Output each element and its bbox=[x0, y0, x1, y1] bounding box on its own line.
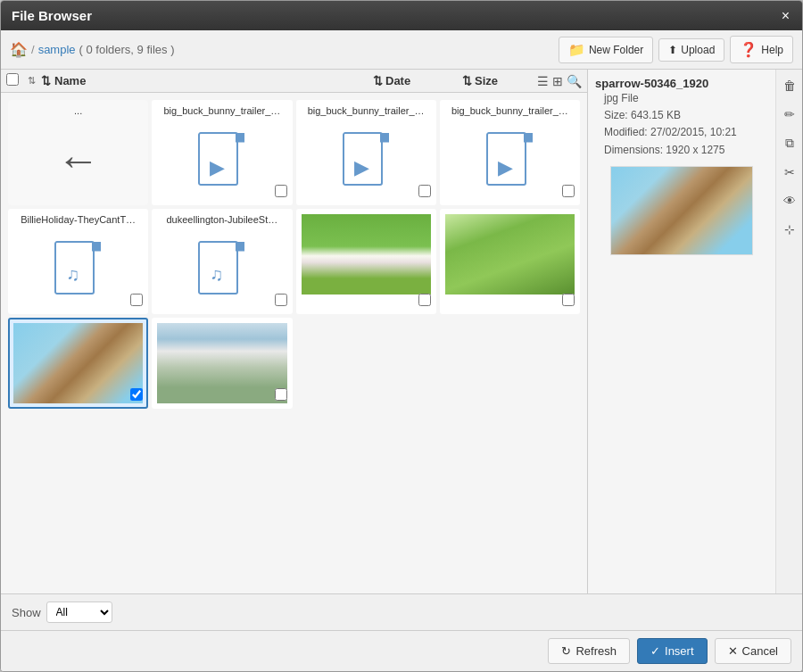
back-arrow-icon: ← bbox=[57, 136, 100, 185]
svg-rect-13 bbox=[236, 242, 244, 251]
file-name: big_buck_bunny_trailer_… bbox=[445, 105, 575, 116]
edit-icon[interactable]: ✏ bbox=[781, 104, 799, 125]
file-checkbox[interactable] bbox=[275, 185, 287, 197]
detail-filetype: jpg File bbox=[604, 90, 759, 107]
cut-icon[interactable]: ✂ bbox=[781, 162, 799, 183]
detail-preview bbox=[595, 166, 768, 255]
content-area: ⇅ ⇅ Name ⇅ Date ⇅ Size ☰ ⊞ 🔍 bbox=[1, 70, 802, 593]
list-item[interactable]: big_buck_bunny_trailer_… ▶ bbox=[152, 100, 292, 205]
detail-preview-image bbox=[610, 166, 753, 255]
col-size-label[interactable]: Size bbox=[475, 74, 498, 87]
detail-filename: sparrow-50346_1920 bbox=[595, 77, 768, 90]
video-file-icon: ▶ bbox=[342, 131, 391, 189]
check-icon: ✓ bbox=[650, 644, 660, 658]
detail-action-icons: 🗑 ✏ ⧉ ✂ 👁 ⊹ bbox=[775, 70, 802, 593]
file-name: dukeellington-JubileeSt… bbox=[157, 214, 286, 225]
file-thumbnail bbox=[13, 323, 143, 403]
file-name: big_buck_bunny_trailer_… bbox=[157, 105, 286, 116]
list-item[interactable]: dukeellington-JubileeSt… ♫ bbox=[152, 209, 292, 314]
file-checkbox[interactable] bbox=[562, 185, 575, 197]
search-icon[interactable]: 🔍 bbox=[567, 74, 582, 88]
refresh-button[interactable]: ↻ Refresh bbox=[548, 638, 630, 664]
cancel-button[interactable]: ✕ Cancel bbox=[715, 638, 791, 664]
insert-button[interactable]: ✓ Insert bbox=[637, 638, 708, 664]
file-thumbnail bbox=[157, 323, 286, 403]
list-item[interactable] bbox=[296, 209, 436, 314]
show-label: Show bbox=[12, 606, 41, 619]
detail-size: Size: 643.15 KB bbox=[604, 107, 759, 124]
file-checkbox[interactable] bbox=[418, 294, 431, 306]
file-thumbnail bbox=[302, 214, 431, 295]
audio-file-icon: ♫ bbox=[197, 240, 246, 298]
file-checkbox[interactable] bbox=[130, 294, 143, 306]
upload-button[interactable]: ⬆ Upload bbox=[658, 38, 724, 62]
file-thumbnail: ▶ bbox=[302, 120, 431, 200]
breadcrumb-folder-link[interactable]: sample bbox=[38, 43, 76, 56]
list-item[interactable] bbox=[440, 209, 580, 314]
col-size-sort-icon[interactable]: ⇅ bbox=[462, 74, 472, 87]
upload-icon: ⬆ bbox=[668, 44, 677, 56]
footer-bar: Show All Images Audio Video bbox=[1, 593, 802, 630]
copy-icon[interactable]: ⧉ bbox=[782, 132, 798, 154]
refresh-icon: ↻ bbox=[561, 644, 571, 658]
eye-icon[interactable]: 👁 bbox=[780, 190, 799, 212]
cancel-icon: ✕ bbox=[728, 644, 738, 658]
col-name-label[interactable]: Name bbox=[54, 74, 86, 87]
grid-view-icon[interactable]: ⊞ bbox=[552, 74, 563, 88]
list-item[interactable]: big_buck_bunny_trailer_… ▶ bbox=[440, 100, 580, 205]
svg-rect-4 bbox=[380, 133, 389, 142]
column-headers: ⇅ ⇅ Name ⇅ Date ⇅ Size ☰ ⊞ 🔍 bbox=[1, 70, 587, 93]
col-name-sort-icon[interactable]: ⇅ bbox=[41, 74, 51, 87]
file-checkbox[interactable] bbox=[418, 185, 431, 197]
col-date-sort-icon[interactable]: ⇅ bbox=[373, 74, 383, 87]
breadcrumb-separator: / bbox=[31, 43, 35, 56]
dialog-title: File Browser bbox=[12, 8, 92, 23]
file-thumbnail bbox=[445, 214, 575, 295]
help-button[interactable]: ❓ Help bbox=[730, 36, 793, 63]
list-item[interactable]: BillieHoliday-TheyCantT… ♫ bbox=[8, 209, 148, 314]
file-browser-dialog: File Browser × 🏠 / sample ( 0 folders, 9… bbox=[0, 0, 803, 672]
detail-panel: sparrow-50346_1920 jpg File Size: 643.15… bbox=[588, 70, 802, 593]
file-checkbox[interactable] bbox=[275, 388, 287, 401]
col-date-label[interactable]: Date bbox=[385, 74, 410, 87]
sort-asc-icon[interactable]: ⇅ bbox=[28, 75, 36, 87]
delete-icon[interactable]: 🗑 bbox=[780, 75, 799, 96]
folder-icon: 📁 bbox=[568, 42, 585, 58]
title-bar: File Browser × bbox=[1, 1, 802, 30]
svg-rect-7 bbox=[524, 133, 533, 142]
list-item[interactable]: ... ← bbox=[8, 100, 148, 205]
detail-meta: jpg File Size: 643.15 KB Modified: 27/02… bbox=[595, 90, 768, 166]
video-file-icon: ▶ bbox=[197, 131, 246, 189]
svg-text:▶: ▶ bbox=[210, 155, 225, 178]
toolbar-actions: 📁 New Folder ⬆ Upload ❓ Help bbox=[559, 36, 793, 63]
show-filter-select[interactable]: All Images Audio Video bbox=[46, 601, 112, 623]
detail-info: sparrow-50346_1920 jpg File Size: 643.15… bbox=[588, 70, 775, 593]
bottom-bar: ↻ Refresh ✓ Insert ✕ Cancel bbox=[1, 630, 802, 671]
file-grid-section: ⇅ ⇅ Name ⇅ Date ⇅ Size ☰ ⊞ 🔍 bbox=[1, 70, 588, 593]
svg-rect-10 bbox=[92, 242, 101, 251]
file-checkbox[interactable] bbox=[130, 388, 143, 401]
close-button[interactable]: × bbox=[780, 9, 791, 23]
file-thumbnail: ♫ bbox=[157, 228, 286, 309]
list-item[interactable] bbox=[8, 318, 148, 409]
file-name: BillieHoliday-TheyCantT… bbox=[13, 214, 143, 225]
svg-rect-1 bbox=[236, 133, 244, 142]
file-thumbnail: ▶ bbox=[157, 120, 286, 200]
detail-dimensions: Dimensions: 1920 x 1275 bbox=[604, 142, 759, 159]
file-checkbox[interactable] bbox=[562, 294, 575, 306]
file-name: big_buck_bunny_trailer_… bbox=[302, 105, 431, 116]
file-thumbnail: ▶ bbox=[445, 120, 575, 200]
help-icon: ❓ bbox=[740, 41, 757, 58]
file-checkbox[interactable] bbox=[275, 294, 287, 306]
select-all-checkbox[interactable] bbox=[6, 73, 19, 86]
crop-icon[interactable]: ⊹ bbox=[781, 219, 799, 240]
breadcrumb: 🏠 / sample ( 0 folders, 9 files ) bbox=[10, 41, 551, 58]
new-folder-button[interactable]: 📁 New Folder bbox=[559, 37, 653, 63]
detail-modified: Modified: 27/02/2015, 10:21 bbox=[604, 124, 759, 141]
list-item[interactable]: big_buck_bunny_trailer_… ▶ bbox=[296, 100, 436, 205]
home-icon[interactable]: 🏠 bbox=[10, 41, 28, 58]
list-item[interactable] bbox=[152, 318, 292, 409]
file-thumbnail: ♫ bbox=[13, 228, 143, 309]
file-grid: ... ← big_buck_bunny_trailer_… ▶ bbox=[1, 93, 587, 593]
list-view-icon[interactable]: ☰ bbox=[537, 74, 549, 88]
